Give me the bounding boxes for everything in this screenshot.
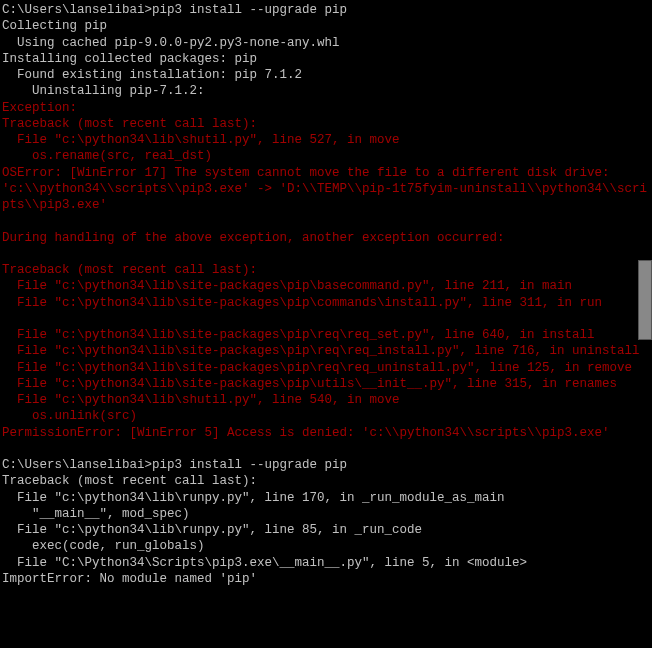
scrollbar-thumb[interactable] bbox=[638, 260, 652, 340]
terminal-line: File "c:\python34\lib\runpy.py", line 17… bbox=[2, 490, 650, 506]
terminal-line: ImportError: No module named 'pip' bbox=[2, 571, 650, 587]
terminal-line bbox=[2, 311, 650, 327]
terminal-line: OSError: [WinError 17] The system cannot… bbox=[2, 165, 650, 214]
terminal-line: File "c:\python34\lib\site-packages\pip\… bbox=[2, 327, 650, 343]
terminal-line: File "c:\python34\lib\site-packages\pip\… bbox=[2, 360, 650, 376]
terminal-line: File "c:\python34\lib\shutil.py", line 5… bbox=[2, 392, 650, 408]
terminal-line: Traceback (most recent call last): bbox=[2, 116, 650, 132]
terminal-line: File "c:\python34\lib\shutil.py", line 5… bbox=[2, 132, 650, 148]
terminal-line: Uninstalling pip-7.1.2: bbox=[2, 83, 650, 99]
terminal-line: exec(code, run_globals) bbox=[2, 538, 650, 554]
terminal-line: os.rename(src, real_dst) bbox=[2, 148, 650, 164]
terminal-line: PermissionError: [WinError 5] Access is … bbox=[2, 425, 650, 441]
terminal-line: Exception: bbox=[2, 100, 650, 116]
terminal-line: Found existing installation: pip 7.1.2 bbox=[2, 67, 650, 83]
terminal-line: During handling of the above exception, … bbox=[2, 230, 650, 246]
terminal-line: Collecting pip bbox=[2, 18, 650, 34]
terminal-line: Installing collected packages: pip bbox=[2, 51, 650, 67]
terminal-line: File "c:\python34\lib\runpy.py", line 85… bbox=[2, 522, 650, 538]
terminal-line: Using cached pip-9.0.0-py2.py3-none-any.… bbox=[2, 35, 650, 51]
terminal-output: C:\Users\lanselibai>pip3 install --upgra… bbox=[2, 2, 650, 587]
terminal-line: C:\Users\lanselibai>pip3 install --upgra… bbox=[2, 457, 650, 473]
terminal-line bbox=[2, 213, 650, 229]
terminal-line: C:\Users\lanselibai>pip3 install --upgra… bbox=[2, 2, 650, 18]
terminal-line: File "c:\python34\lib\site-packages\pip\… bbox=[2, 343, 650, 359]
terminal-line: Traceback (most recent call last): bbox=[2, 473, 650, 489]
terminal-line: File "c:\python34\lib\site-packages\pip\… bbox=[2, 278, 650, 294]
terminal-line: os.unlink(src) bbox=[2, 408, 650, 424]
terminal-line: File "C:\Python34\Scripts\pip3.exe\__mai… bbox=[2, 555, 650, 571]
terminal-line: File "c:\python34\lib\site-packages\pip\… bbox=[2, 295, 650, 311]
terminal-line: File "c:\python34\lib\site-packages\pip\… bbox=[2, 376, 650, 392]
terminal-line bbox=[2, 246, 650, 262]
terminal-line: Traceback (most recent call last): bbox=[2, 262, 650, 278]
terminal-line: "__main__", mod_spec) bbox=[2, 506, 650, 522]
terminal-line bbox=[2, 441, 650, 457]
